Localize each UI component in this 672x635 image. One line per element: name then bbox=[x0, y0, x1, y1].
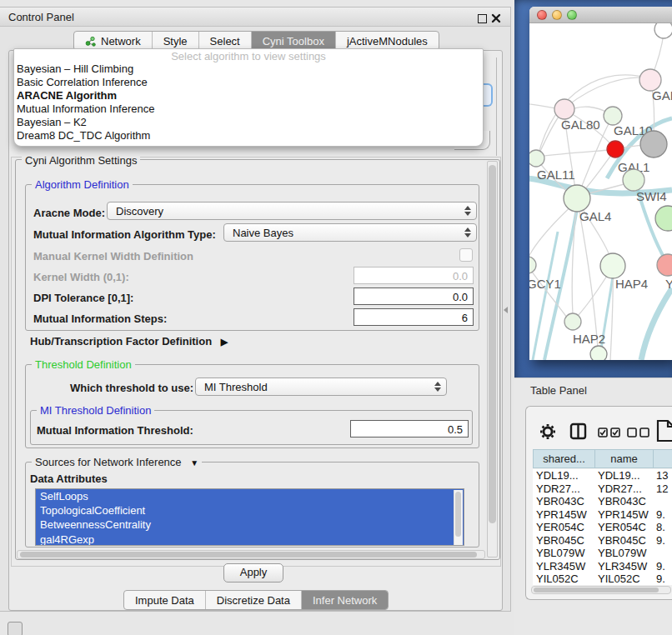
table-cell[interactable]: YBR045C bbox=[594, 534, 653, 548]
algorithm-option[interactable]: Bayesian – Hill Climbing bbox=[14, 62, 483, 76]
list-vertical-scrollbar[interactable] bbox=[454, 490, 463, 545]
network-node[interactable] bbox=[655, 206, 672, 231]
scrollbar-thumb[interactable] bbox=[455, 492, 461, 537]
split-columns-icon[interactable] bbox=[569, 422, 587, 440]
column-header-shared-name[interactable]: shared... bbox=[533, 449, 594, 468]
table-cell[interactable]: YPR145W bbox=[594, 508, 653, 522]
tab-discretize-data[interactable]: Discretize Data bbox=[206, 591, 302, 609]
mi-threshold-field[interactable]: 0.5 bbox=[350, 420, 469, 438]
table-cell[interactable]: YLR345W bbox=[533, 560, 594, 573]
which-threshold-select[interactable]: MI Threshold bbox=[195, 378, 447, 396]
column-header-name[interactable]: name bbox=[594, 449, 653, 468]
table-row[interactable]: YIL052CYIL052C9. bbox=[533, 572, 672, 585]
tab-jactivemnodules[interactable]: jActiveMNodules bbox=[336, 32, 439, 50]
network-node-gcy1[interactable] bbox=[529, 257, 536, 273]
mac-zoom-icon[interactable] bbox=[567, 10, 577, 20]
table-row[interactable]: YLR345WYLR345W9. bbox=[533, 560, 672, 573]
table-row[interactable]: YPR145WYPR145W9. bbox=[533, 508, 672, 522]
tab-cyni-toolbox[interactable]: Cyni Toolbox bbox=[252, 32, 336, 50]
table-cell[interactable]: 13 bbox=[653, 469, 672, 482]
document-icon[interactable] bbox=[656, 419, 672, 442]
table-cell[interactable]: 9. bbox=[653, 560, 672, 573]
attribute-list-item[interactable]: SelfLoops bbox=[36, 489, 464, 503]
data-attributes-listbox[interactable]: SelfLoopsTopologicalCoefficientBetweenne… bbox=[35, 488, 464, 546]
table-cell[interactable]: YIL052C bbox=[533, 572, 594, 585]
panel-divider-handle[interactable] bbox=[504, 307, 508, 313]
network-node-y[interactable] bbox=[657, 254, 672, 276]
network-node-gal1[interactable] bbox=[607, 141, 624, 158]
table-cell[interactable]: YDR27... bbox=[533, 482, 594, 496]
aracne-mode-select[interactable]: Discovery bbox=[107, 202, 477, 220]
network-node[interactable] bbox=[590, 346, 607, 360]
mac-close-icon[interactable] bbox=[537, 10, 547, 20]
network-node-gal11[interactable] bbox=[529, 150, 544, 167]
mac-minimize-icon[interactable] bbox=[552, 10, 562, 20]
table-cell[interactable]: 9. bbox=[653, 508, 672, 522]
mi-algorithm-type-select[interactable]: Naive Bayes bbox=[223, 223, 477, 242]
network-canvas[interactable]: GALGAL80GAL10GAL1GAL11SWI4GAL4GCY1HAP4YH… bbox=[529, 23, 672, 360]
algorithm-option[interactable]: Basic Correlation Inference bbox=[14, 76, 483, 89]
table-cell[interactable]: YBR045C bbox=[533, 534, 594, 548]
close-icon[interactable] bbox=[491, 13, 501, 23]
kernel-width-field: 0.0 bbox=[354, 267, 474, 284]
table-cell[interactable] bbox=[653, 495, 672, 508]
network-node-hap2[interactable] bbox=[564, 313, 581, 330]
algorithm-option[interactable]: ARACNE Algorithm bbox=[14, 89, 483, 102]
hub-definition-toggle[interactable]: Hub/Transcription Factor Definition ▶ bbox=[30, 335, 228, 348]
column-header-partial[interactable] bbox=[653, 449, 672, 468]
attribute-list-item[interactable]: gal4RGexp bbox=[36, 532, 464, 546]
tab-style[interactable]: Style bbox=[153, 32, 199, 50]
tab-network[interactable]: Network bbox=[74, 32, 153, 50]
table-row[interactable]: YBL079WYBL079W bbox=[533, 547, 672, 560]
network-node-hap4[interactable] bbox=[600, 253, 625, 278]
table-cell[interactable]: YBL079W bbox=[594, 547, 653, 560]
sources-group-title[interactable]: Sources for Network Inference ▼ bbox=[32, 456, 202, 468]
algorithm-option[interactable]: Bayesian – K2 bbox=[14, 116, 483, 129]
tab-impute-data[interactable]: Impute Data bbox=[124, 591, 206, 609]
tab-select[interactable]: Select bbox=[199, 32, 252, 50]
table-cell[interactable]: YER054C bbox=[594, 521, 653, 534]
select-all-columns-icon[interactable] bbox=[598, 428, 620, 438]
table-row[interactable]: YER054CYER054C8. bbox=[533, 521, 672, 534]
table-cell[interactable]: 9. bbox=[653, 572, 672, 585]
network-window-titlebar[interactable] bbox=[529, 7, 672, 23]
minimized-panel-icon[interactable] bbox=[8, 622, 23, 635]
float-window-icon[interactable] bbox=[478, 14, 487, 23]
table-cell[interactable]: YBR043C bbox=[594, 495, 653, 508]
table-horizontal-scrollbar[interactable] bbox=[531, 586, 671, 594]
network-node-gal4[interactable] bbox=[564, 185, 590, 212]
table-row[interactable]: YDR27...YDR27...12 bbox=[533, 482, 672, 496]
table-cell[interactable]: YIL052C bbox=[594, 572, 653, 585]
mi-steps-field[interactable]: 6 bbox=[354, 308, 474, 326]
table-cell[interactable]: YDL19... bbox=[594, 469, 653, 482]
table-cell[interactable]: YPR145W bbox=[533, 508, 594, 522]
tab-infer-network[interactable]: Infer Network bbox=[302, 591, 388, 609]
table-cell[interactable]: 8. bbox=[653, 521, 672, 534]
gear-icon[interactable] bbox=[540, 424, 555, 439]
network-node[interactable] bbox=[654, 23, 672, 38]
table-cell[interactable]: YER054C bbox=[533, 521, 594, 534]
algorithm-option[interactable]: Mutual Information Inference bbox=[14, 102, 483, 116]
table-row[interactable]: YBR045CYBR045C9. bbox=[533, 534, 672, 548]
table-cell[interactable]: 12 bbox=[653, 482, 672, 496]
network-node-swi4[interactable] bbox=[623, 169, 644, 191]
apply-button[interactable]: Apply bbox=[223, 563, 283, 582]
table-cell[interactable]: YDL19... bbox=[533, 469, 594, 482]
table-cell[interactable]: 9. bbox=[653, 534, 672, 548]
deselect-all-columns-icon[interactable] bbox=[627, 428, 649, 438]
attribute-list-item[interactable]: TopologicalCoefficient bbox=[36, 503, 464, 518]
table-cell[interactable]: YLR345W bbox=[594, 560, 653, 573]
algorithm-option[interactable]: Dream8 DC_TDC Algorithm bbox=[14, 129, 483, 142]
dpi-tolerance-field[interactable]: 0.0 bbox=[354, 288, 474, 305]
attribute-list-item[interactable]: BetweennessCentrality bbox=[36, 518, 464, 532]
network-node[interactable] bbox=[640, 131, 667, 158]
table-row[interactable]: YDL19...YDL19...13 bbox=[533, 469, 672, 482]
table-cell[interactable] bbox=[653, 547, 672, 560]
table-cell[interactable]: YBL079W bbox=[533, 547, 594, 560]
table-cell[interactable]: YDR27... bbox=[594, 482, 653, 496]
network-node-gal80[interactable] bbox=[554, 99, 574, 119]
table-row[interactable]: YBR043CYBR043C bbox=[533, 495, 672, 508]
scrollbar-thumb[interactable] bbox=[534, 588, 659, 592]
network-node-gal10[interactable] bbox=[604, 107, 622, 125]
table-cell[interactable]: YBR043C bbox=[533, 495, 594, 508]
